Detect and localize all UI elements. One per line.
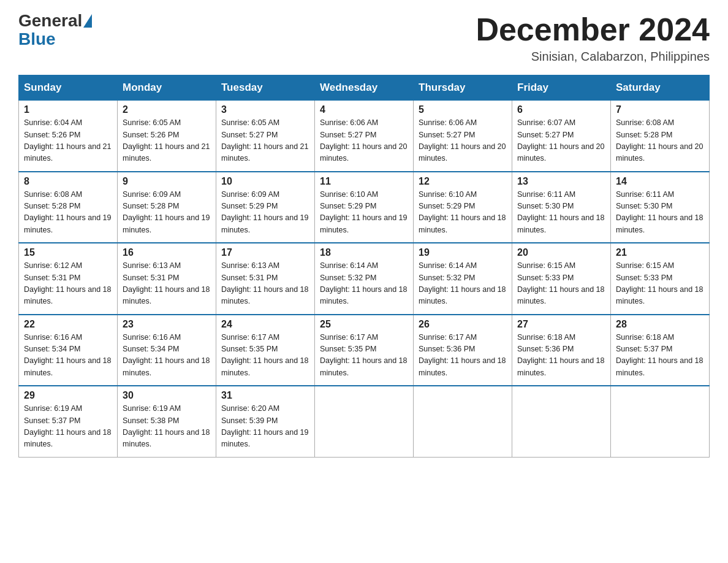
day-number: 8: [24, 176, 112, 187]
calendar-week-row: 15Sunrise: 6:12 AMSunset: 5:31 PMDayligh…: [19, 243, 710, 315]
day-number: 19: [419, 247, 507, 258]
day-info: Sunrise: 6:07 AMSunset: 5:27 PMDaylight:…: [517, 117, 605, 165]
calendar-day-cell: 14Sunrise: 6:11 AMSunset: 5:30 PMDayligh…: [611, 172, 710, 243]
col-header-thursday: Thursday: [414, 75, 512, 101]
day-info: Sunrise: 6:18 AMSunset: 5:37 PMDaylight:…: [616, 332, 704, 380]
day-info: Sunrise: 6:12 AMSunset: 5:31 PMDaylight:…: [24, 260, 112, 308]
day-info: Sunrise: 6:20 AMSunset: 5:39 PMDaylight:…: [221, 403, 309, 451]
day-info: Sunrise: 6:18 AMSunset: 5:36 PMDaylight:…: [517, 332, 605, 380]
calendar-day-cell: 10Sunrise: 6:09 AMSunset: 5:29 PMDayligh…: [216, 172, 315, 243]
logo-triangle-icon: [83, 14, 92, 28]
day-number: 10: [221, 176, 309, 187]
col-header-friday: Friday: [512, 75, 611, 101]
calendar-day-cell: 24Sunrise: 6:17 AMSunset: 5:35 PMDayligh…: [216, 315, 315, 386]
calendar-day-cell: 23Sunrise: 6:16 AMSunset: 5:34 PMDayligh…: [118, 315, 216, 386]
day-info: Sunrise: 6:10 AMSunset: 5:29 PMDaylight:…: [419, 189, 507, 237]
day-info: Sunrise: 6:19 AMSunset: 5:38 PMDaylight:…: [123, 403, 211, 451]
logo-general-text: General: [18, 12, 82, 29]
calendar-week-row: 22Sunrise: 6:16 AMSunset: 5:34 PMDayligh…: [19, 315, 710, 386]
day-info: Sunrise: 6:11 AMSunset: 5:30 PMDaylight:…: [517, 189, 605, 237]
calendar-day-cell: 11Sunrise: 6:10 AMSunset: 5:29 PMDayligh…: [315, 172, 414, 243]
day-info: Sunrise: 6:05 AMSunset: 5:26 PMDaylight:…: [123, 117, 211, 165]
calendar-day-cell: 7Sunrise: 6:08 AMSunset: 5:28 PMDaylight…: [611, 101, 710, 172]
day-number: 27: [517, 319, 605, 330]
day-number: 20: [517, 247, 605, 258]
day-info: Sunrise: 6:16 AMSunset: 5:34 PMDaylight:…: [123, 332, 211, 380]
day-info: Sunrise: 6:10 AMSunset: 5:29 PMDaylight:…: [320, 189, 408, 237]
day-number: 6: [517, 104, 605, 115]
calendar-table: SundayMondayTuesdayWednesdayThursdayFrid…: [18, 75, 710, 458]
day-number: 25: [320, 319, 408, 330]
calendar-day-cell: 19Sunrise: 6:14 AMSunset: 5:32 PMDayligh…: [414, 243, 512, 315]
day-info: Sunrise: 6:17 AMSunset: 5:35 PMDaylight:…: [320, 332, 408, 380]
day-number: 12: [419, 176, 507, 187]
calendar-day-cell: 5Sunrise: 6:06 AMSunset: 5:27 PMDaylight…: [414, 101, 512, 172]
day-number: 18: [320, 247, 408, 258]
day-info: Sunrise: 6:13 AMSunset: 5:31 PMDaylight:…: [221, 260, 309, 308]
day-number: 14: [616, 176, 704, 187]
calendar-day-cell: 17Sunrise: 6:13 AMSunset: 5:31 PMDayligh…: [216, 243, 315, 315]
day-info: Sunrise: 6:09 AMSunset: 5:29 PMDaylight:…: [221, 189, 309, 237]
day-info: Sunrise: 6:15 AMSunset: 5:33 PMDaylight:…: [517, 260, 605, 308]
calendar-day-cell: 16Sunrise: 6:13 AMSunset: 5:31 PMDayligh…: [118, 243, 216, 315]
location-subtitle: Sinisian, Calabarzon, Philippines: [476, 50, 710, 64]
col-header-saturday: Saturday: [611, 75, 710, 101]
calendar-empty-cell: [414, 386, 512, 457]
calendar-day-cell: 22Sunrise: 6:16 AMSunset: 5:34 PMDayligh…: [19, 315, 118, 386]
day-info: Sunrise: 6:17 AMSunset: 5:35 PMDaylight:…: [221, 332, 309, 380]
calendar-empty-cell: [512, 386, 611, 457]
col-header-wednesday: Wednesday: [315, 75, 414, 101]
title-block: December 2024 Sinisian, Calabarzon, Phil…: [476, 12, 710, 64]
calendar-empty-cell: [611, 386, 710, 457]
day-number: 17: [221, 247, 309, 258]
calendar-day-cell: 6Sunrise: 6:07 AMSunset: 5:27 PMDaylight…: [512, 101, 611, 172]
day-info: Sunrise: 6:08 AMSunset: 5:28 PMDaylight:…: [24, 189, 112, 237]
day-number: 7: [616, 104, 704, 115]
calendar-day-cell: 27Sunrise: 6:18 AMSunset: 5:36 PMDayligh…: [512, 315, 611, 386]
day-info: Sunrise: 6:15 AMSunset: 5:33 PMDaylight:…: [616, 260, 704, 308]
day-info: Sunrise: 6:16 AMSunset: 5:34 PMDaylight:…: [24, 332, 112, 380]
col-header-sunday: Sunday: [19, 75, 118, 101]
day-info: Sunrise: 6:19 AMSunset: 5:37 PMDaylight:…: [24, 403, 112, 451]
day-info: Sunrise: 6:06 AMSunset: 5:27 PMDaylight:…: [320, 117, 408, 165]
day-number: 30: [123, 390, 211, 401]
day-number: 2: [123, 104, 211, 115]
day-info: Sunrise: 6:04 AMSunset: 5:26 PMDaylight:…: [24, 117, 112, 165]
day-number: 26: [419, 319, 507, 330]
day-number: 1: [24, 104, 112, 115]
calendar-day-cell: 4Sunrise: 6:06 AMSunset: 5:27 PMDaylight…: [315, 101, 414, 172]
calendar-day-cell: 21Sunrise: 6:15 AMSunset: 5:33 PMDayligh…: [611, 243, 710, 315]
day-number: 31: [221, 390, 309, 401]
logo-blue-text: Blue: [18, 29, 56, 49]
day-number: 13: [517, 176, 605, 187]
day-info: Sunrise: 6:14 AMSunset: 5:32 PMDaylight:…: [419, 260, 507, 308]
day-number: 5: [419, 104, 507, 115]
calendar-day-cell: 18Sunrise: 6:14 AMSunset: 5:32 PMDayligh…: [315, 243, 414, 315]
calendar-day-cell: 20Sunrise: 6:15 AMSunset: 5:33 PMDayligh…: [512, 243, 611, 315]
day-number: 3: [221, 104, 309, 115]
day-info: Sunrise: 6:06 AMSunset: 5:27 PMDaylight:…: [419, 117, 507, 165]
page-header: General Blue December 2024 Sinisian, Cal…: [18, 12, 710, 64]
calendar-day-cell: 15Sunrise: 6:12 AMSunset: 5:31 PMDayligh…: [19, 243, 118, 315]
month-year-title: December 2024: [476, 12, 710, 47]
day-info: Sunrise: 6:09 AMSunset: 5:28 PMDaylight:…: [123, 189, 211, 237]
day-info: Sunrise: 6:11 AMSunset: 5:30 PMDaylight:…: [616, 189, 704, 237]
day-number: 23: [123, 319, 211, 330]
day-number: 16: [123, 247, 211, 258]
calendar-day-cell: 29Sunrise: 6:19 AMSunset: 5:37 PMDayligh…: [19, 386, 118, 457]
day-info: Sunrise: 6:05 AMSunset: 5:27 PMDaylight:…: [221, 117, 309, 165]
calendar-week-row: 29Sunrise: 6:19 AMSunset: 5:37 PMDayligh…: [19, 386, 710, 457]
day-number: 11: [320, 176, 408, 187]
calendar-day-cell: 3Sunrise: 6:05 AMSunset: 5:27 PMDaylight…: [216, 101, 315, 172]
logo: General Blue: [18, 12, 93, 49]
calendar-day-cell: 9Sunrise: 6:09 AMSunset: 5:28 PMDaylight…: [118, 172, 216, 243]
day-number: 21: [616, 247, 704, 258]
calendar-day-cell: 26Sunrise: 6:17 AMSunset: 5:36 PMDayligh…: [414, 315, 512, 386]
day-info: Sunrise: 6:14 AMSunset: 5:32 PMDaylight:…: [320, 260, 408, 308]
day-number: 28: [616, 319, 704, 330]
calendar-header-row: SundayMondayTuesdayWednesdayThursdayFrid…: [19, 75, 710, 101]
col-header-monday: Monday: [118, 75, 216, 101]
calendar-day-cell: 8Sunrise: 6:08 AMSunset: 5:28 PMDaylight…: [19, 172, 118, 243]
day-info: Sunrise: 6:08 AMSunset: 5:28 PMDaylight:…: [616, 117, 704, 165]
day-number: 9: [123, 176, 211, 187]
